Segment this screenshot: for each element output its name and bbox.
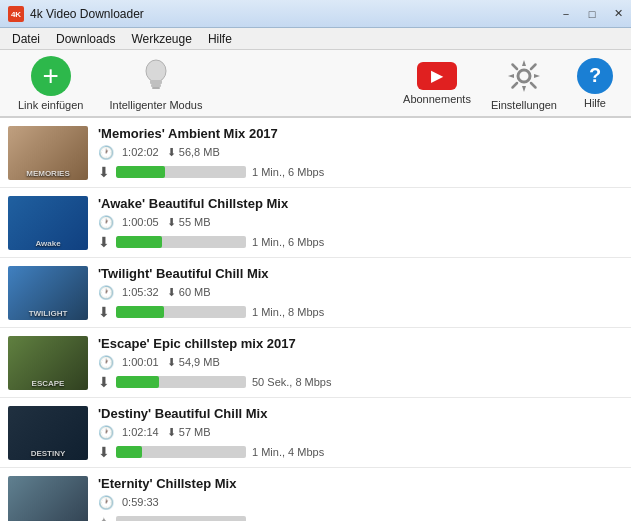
download-title: 'Memories' Ambient Mix 2017 xyxy=(98,126,623,141)
menu-downloads[interactable]: Downloads xyxy=(48,30,123,48)
help-label: Hilfe xyxy=(584,97,606,109)
thumbnail: TWILIGHT xyxy=(8,266,88,320)
svg-rect-3 xyxy=(150,80,162,84)
download-meta: 🕐 1:02:02 ⬇ 56,8 MB xyxy=(98,145,623,160)
thumbnail: MEMORIES xyxy=(8,126,88,180)
clock-icon: 🕐 xyxy=(98,495,114,510)
thumb-label: ESCAPE xyxy=(10,379,86,388)
help-icon: ? xyxy=(577,58,613,94)
svg-text:4K: 4K xyxy=(11,10,21,19)
download-meta: 🕐 1:00:05 ⬇ 55 MB xyxy=(98,215,623,230)
download-arrow-icon: ⬇ xyxy=(98,304,110,320)
download-item-memories[interactable]: MEMORIES 'Memories' Ambient Mix 2017 🕐 1… xyxy=(0,118,631,188)
size: ⬇ 56,8 MB xyxy=(167,146,220,159)
progress-area: ✦ xyxy=(98,514,623,522)
duration: 1:02:14 xyxy=(122,426,159,438)
progress-bar xyxy=(116,306,164,318)
thumbnail: ESCAPE xyxy=(8,336,88,390)
download-item-awake[interactable]: Awake 'Awake' Beautiful Chillstep Mix 🕐 … xyxy=(0,188,631,258)
download-meta: 🕐 0:59:33 xyxy=(98,495,623,510)
download-title: 'Escape' Epic chillstep mix 2017 xyxy=(98,336,623,351)
download-item-destiny[interactable]: DESTINY 'Destiny' Beautiful Chill Mix 🕐 … xyxy=(0,398,631,468)
thumbnail: Awake xyxy=(8,196,88,250)
download-title: 'Destiny' Beautiful Chill Mix xyxy=(98,406,623,421)
download-item-eternity[interactable]: ETERNITY 'Eternity' Chillstep Mix 🕐 0:59… xyxy=(0,468,631,521)
thumb-label: Awake xyxy=(10,239,86,248)
progress-bar xyxy=(116,376,159,388)
thumbnail: ETERNITY xyxy=(8,476,88,522)
download-arrow-icon: ⬇ xyxy=(98,374,110,390)
svg-rect-4 xyxy=(151,84,161,87)
toolbar: + Link einfügen Intelligenter Modus ▶ Ab… xyxy=(0,50,631,118)
settings-button[interactable]: Einstellungen xyxy=(483,52,565,115)
youtube-icon: ▶ xyxy=(417,62,457,90)
app-icon: 4K xyxy=(8,6,24,22)
size: ⬇ 54,9 MB xyxy=(167,356,220,369)
close-button[interactable]: ✕ xyxy=(605,0,631,27)
download-arrow-icon: ⬇ xyxy=(98,164,110,180)
duration: 1:02:02 xyxy=(122,146,159,158)
duration: 1:00:01 xyxy=(122,356,159,368)
svg-point-6 xyxy=(518,70,530,82)
add-link-button[interactable]: + Link einfügen xyxy=(10,52,91,115)
menu-werkzeuge[interactable]: Werkzeuge xyxy=(123,30,199,48)
gear-icon xyxy=(504,56,544,96)
download-title: 'Twilight' Beautiful Chill Mix xyxy=(98,266,623,281)
progress-area: ⬇ 1 Min., 6 Mbps xyxy=(98,234,623,250)
download-title: 'Awake' Beautiful Chillstep Mix xyxy=(98,196,623,211)
progress-bar-container xyxy=(116,166,246,178)
download-info: 'Twilight' Beautiful Chill Mix 🕐 1:05:32… xyxy=(98,266,623,320)
add-link-label: Link einfügen xyxy=(18,99,83,111)
download-meta: 🕐 1:02:14 ⬇ 57 MB xyxy=(98,425,623,440)
download-item-escape[interactable]: ESCAPE 'Escape' Epic chillstep mix 2017 … xyxy=(0,328,631,398)
download-info: 'Memories' Ambient Mix 2017 🕐 1:02:02 ⬇ … xyxy=(98,126,623,180)
minimize-button[interactable]: − xyxy=(553,0,579,27)
smart-mode-label: Intelligenter Modus xyxy=(109,99,202,111)
bulb-icon xyxy=(136,56,176,96)
progress-bar xyxy=(116,446,142,458)
smart-mode-button[interactable]: Intelligenter Modus xyxy=(101,52,210,115)
progress-bar xyxy=(116,236,162,248)
spinner-icon: ✦ xyxy=(98,514,110,522)
settings-label: Einstellungen xyxy=(491,99,557,111)
duration: 0:59:33 xyxy=(122,496,159,508)
download-info: 'Destiny' Beautiful Chill Mix 🕐 1:02:14 … xyxy=(98,406,623,460)
progress-bar-container xyxy=(116,376,246,388)
progress-area: ⬇ 50 Sek., 8 Mbps xyxy=(98,374,623,390)
size: ⬇ 55 MB xyxy=(167,216,211,229)
download-meta: 🕐 1:00:01 ⬇ 54,9 MB xyxy=(98,355,623,370)
download-arrow-icon: ⬇ xyxy=(98,444,110,460)
download-info: 'Escape' Epic chillstep mix 2017 🕐 1:00:… xyxy=(98,336,623,390)
download-speed: 50 Sek., 8 Mbps xyxy=(252,376,332,388)
clock-icon: 🕐 xyxy=(98,355,114,370)
download-item-twilight[interactable]: TWILIGHT 'Twilight' Beautiful Chill Mix … xyxy=(0,258,631,328)
download-info: 'Awake' Beautiful Chillstep Mix 🕐 1:00:0… xyxy=(98,196,623,250)
size: ⬇ 57 MB xyxy=(167,426,211,439)
subscriptions-button[interactable]: ▶ Abonnements xyxy=(395,58,479,109)
subscriptions-label: Abonnements xyxy=(403,93,471,105)
maximize-button[interactable]: □ xyxy=(579,0,605,27)
download-speed: 1 Min., 4 Mbps xyxy=(252,446,324,458)
app-title: 4k Video Downloader xyxy=(30,7,144,21)
download-speed: 1 Min., 6 Mbps xyxy=(252,166,324,178)
add-icon: + xyxy=(31,56,71,96)
svg-rect-5 xyxy=(152,87,160,89)
clock-icon: 🕐 xyxy=(98,215,114,230)
progress-bar-container xyxy=(116,236,246,248)
progress-area: ⬇ 1 Min., 8 Mbps xyxy=(98,304,623,320)
svg-point-2 xyxy=(146,60,166,82)
download-title: 'Eternity' Chillstep Mix xyxy=(98,476,623,491)
toolbar-right: ▶ Abonnements Einstellungen xyxy=(395,52,621,115)
duration: 1:05:32 xyxy=(122,286,159,298)
download-meta: 🕐 1:05:32 ⬇ 60 MB xyxy=(98,285,623,300)
menu-datei[interactable]: Datei xyxy=(4,30,48,48)
menu-bar: Datei Downloads Werkzeuge Hilfe xyxy=(0,28,631,50)
window-controls: − □ ✕ xyxy=(553,0,631,27)
download-info: 'Eternity' Chillstep Mix 🕐 0:59:33 ✦ xyxy=(98,476,623,522)
progress-area: ⬇ 1 Min., 4 Mbps xyxy=(98,444,623,460)
menu-hilfe[interactable]: Hilfe xyxy=(200,30,240,48)
download-arrow-icon: ⬇ xyxy=(98,234,110,250)
thumb-label: DESTINY xyxy=(10,449,86,458)
duration: 1:00:05 xyxy=(122,216,159,228)
help-button[interactable]: ? Hilfe xyxy=(569,54,621,113)
